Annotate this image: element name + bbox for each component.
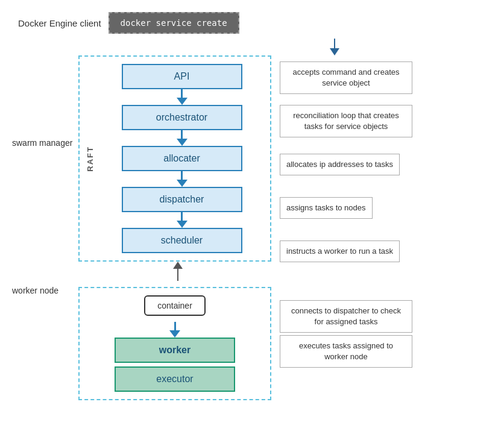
arrow-line (181, 171, 183, 180)
inter-arrow-line (177, 269, 178, 281)
api-box: API (122, 64, 242, 89)
orchestrator-box: orchestrator (122, 105, 242, 130)
arrow-line (174, 322, 176, 330)
scheduler-label: scheduler (161, 235, 203, 245)
docker-command-box: docker service create (109, 12, 239, 34)
swarm-component-boxes: API orchestrator (99, 64, 264, 253)
arrow-spacer-2 (280, 135, 412, 151)
allocater-box: allocater (122, 146, 242, 171)
allocater-desc-text: allocates ip addresses to tasks (286, 160, 393, 169)
orchestrator-desc-text: reconciliation loop that creates tasks f… (293, 111, 399, 131)
arrow-orchestrator-to-allocater (177, 130, 187, 146)
api-description: accepts command and creates service obje… (280, 61, 412, 94)
arrow-line (181, 89, 183, 98)
swarm-manager-box: RAFT API orchestrator (78, 55, 271, 262)
dispatcher-label: dispatcher (160, 194, 204, 204)
api-label: API (174, 71, 190, 81)
worker-desc-text: connects to dispatcher to check for assi… (291, 306, 401, 326)
container-to-worker-arrow (169, 322, 180, 338)
top-connector-line (334, 39, 335, 48)
docker-client-label: Docker Engine client (18, 18, 101, 28)
swarm-manager-label-container: swarm manager (12, 55, 78, 230)
left-labels: swarm manager worker node (12, 55, 78, 345)
worker-node-label: worker node (12, 286, 58, 295)
dispatcher-desc-spacer: assigns tasks to nodes (280, 194, 412, 222)
worker-to-scheduler-arrow (78, 262, 271, 281)
api-desc-text: accepts command and creates service obje… (292, 68, 399, 87)
right-descriptions: accepts command and creates service obje… (280, 55, 412, 365)
diagram-wrapper: Docker Engine client docker service crea… (12, 12, 494, 400)
main-body: swarm manager worker node RAFT API (12, 55, 494, 400)
arrow-head (177, 221, 187, 228)
scheduler-desc-text: instructs a worker to run a task (286, 247, 393, 256)
container-label: container (157, 301, 192, 310)
inter-arrow-up (173, 262, 183, 269)
arrow-allocater-to-dispatcher (177, 171, 187, 187)
section-gap-spacer (280, 265, 412, 303)
top-connector-arrow (330, 48, 339, 55)
allocater-description: allocates ip addresses to tasks (280, 154, 400, 175)
swarm-manager-label: swarm manager (12, 138, 72, 148)
orchestrator-description: reconciliation loop that creates tasks f… (280, 105, 412, 137)
arrow-head (177, 139, 187, 146)
allocater-desc-spacer: allocates ip addresses to tasks (280, 151, 412, 178)
scheduler-box: scheduler (122, 228, 242, 253)
arrow-head (177, 98, 187, 105)
dispatcher-box: dispatcher (122, 187, 242, 212)
executor-desc-spacer: executes tasks assigned to worker node (280, 338, 412, 365)
executor-label: executor (156, 374, 193, 384)
worker-node-box: container worker executor (78, 287, 271, 400)
arrow-head (177, 180, 187, 187)
scheduler-desc-spacer: instructs a worker to run a task (280, 237, 412, 265)
arrow-head (169, 330, 180, 338)
arrow-spacer-4 (280, 222, 412, 237)
dispatcher-description: assigns tasks to nodes (280, 197, 373, 219)
arrow-spacer-3 (280, 178, 412, 194)
worker-desc-spacer: connects to dispatcher to check for assi… (280, 303, 412, 330)
api-desc-spacer: accepts command and creates service obje… (280, 64, 412, 92)
inter-arrow (173, 262, 183, 281)
dispatcher-desc-text: assigns tasks to nodes (286, 203, 366, 212)
arrow-dispatcher-to-scheduler (177, 212, 187, 228)
center-column: RAFT API orchestrator (78, 55, 271, 400)
worker-box: worker (115, 338, 235, 363)
worker-node-label-container: worker node (12, 236, 78, 345)
raft-label: RAFT (86, 146, 95, 172)
executor-desc-text: executes tasks assigned to worker node (299, 341, 393, 361)
arrow-api-to-orchestrator (177, 89, 187, 105)
container-box: container (144, 295, 206, 316)
worker-description: connects to dispatcher to check for assi… (280, 300, 412, 333)
allocater-label: allocater (163, 153, 200, 163)
orchestrator-desc-spacer: reconciliation loop that creates tasks f… (280, 107, 412, 135)
arrow-line (181, 130, 183, 139)
docker-command-text: docker service create (121, 18, 227, 28)
orchestrator-label: orchestrator (156, 112, 207, 122)
worker-label: worker (159, 345, 191, 355)
scheduler-description: instructs a worker to run a task (280, 240, 400, 262)
docker-client-row: Docker Engine client docker service crea… (12, 12, 494, 34)
arrow-line (181, 212, 183, 221)
executor-description: executes tasks assigned to worker node (280, 335, 412, 368)
executor-box: executor (115, 366, 235, 392)
